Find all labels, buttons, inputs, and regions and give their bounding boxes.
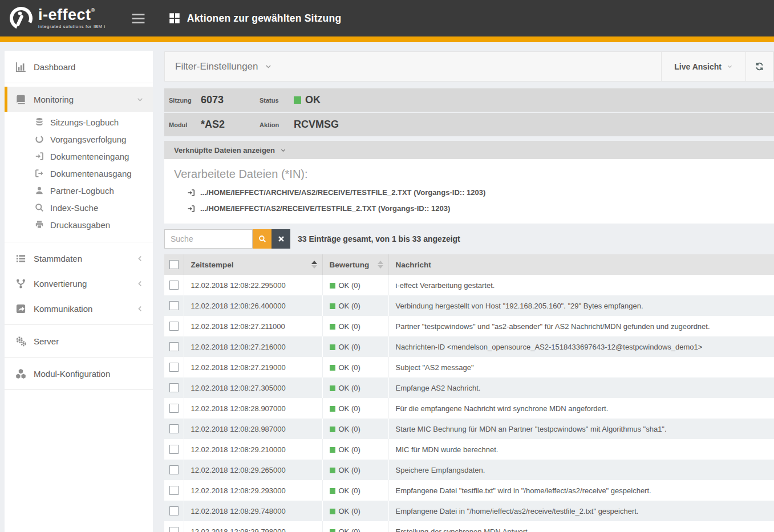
sidebar-item-kommunikation[interactable]: Kommunikation — [5, 296, 153, 321]
select-all-checkbox[interactable] — [169, 260, 179, 269]
processed-file-link[interactable]: .../HOME/IEFFECT/ARCHIVE/AS2/RECEIVE/TES… — [187, 188, 764, 197]
hamburger-menu-icon[interactable] — [132, 14, 145, 23]
timestamp-cell: 12.02.2018 12:08:29.293000 — [184, 480, 322, 501]
message-cell: Starte MIC Bechnung für MDN an Partner "… — [388, 419, 774, 439]
file-link-label: .../HOME/IEFFECT/AS2/RECEIVE/TESTFILE_2.… — [200, 204, 450, 213]
row-checkbox-cell — [164, 501, 184, 521]
sidebar-item-vorgangsverfolgung[interactable]: Vorgangsverfolgung — [5, 131, 153, 148]
table-row[interactable]: 12.02.2018 12:08:29.210000OK (0)MIC für … — [164, 439, 774, 460]
live-view-dropdown[interactable]: Live Ansicht — [661, 52, 746, 81]
table-row[interactable]: 12.02.2018 12:08:22.295000OK (0)i-effect… — [164, 275, 774, 295]
rating-value: OK (0) — [339, 507, 360, 515]
database-icon — [35, 117, 44, 127]
result-summary: 33 Einträge gesamt, von 1 bis 33 angezei… — [298, 234, 460, 243]
row-checkbox[interactable] — [169, 281, 179, 290]
table-row[interactable]: 12.02.2018 12:08:27.216000OK (0)Nachrich… — [164, 336, 774, 357]
session-row-2: Modul *AS2 Aktion RCVMSG — [164, 113, 774, 136]
sidebar-item-konvertierung[interactable]: Konvertierung — [5, 271, 153, 296]
row-checkbox-cell — [164, 275, 184, 295]
sidebar-item-label: Partner-Logbuch — [50, 186, 114, 196]
user-icon — [35, 186, 44, 195]
sidebar-item-dashboard[interactable]: Dashboard — [5, 54, 153, 79]
table-row[interactable]: 12.02.2018 12:08:27.211000OK (0)Partner … — [164, 316, 774, 336]
page-title: Aktionen zur gewählten Sitzung — [187, 13, 341, 25]
row-checkbox[interactable] — [169, 465, 179, 474]
sidebar-item-modul-konfiguration[interactable]: Modul-Konfiguration — [5, 361, 153, 386]
log-table: Zeitstempel Bewertung Nachricht 12.02.20… — [164, 254, 774, 532]
gears-icon — [15, 336, 26, 347]
processed-file-link[interactable]: .../HOME/IEFFECT/AS2/RECEIVE/TESTFILE_2.… — [187, 204, 764, 213]
message-cell: Subject "AS2 message" — [388, 357, 774, 377]
book-icon — [15, 94, 26, 105]
linked-files-toggle[interactable]: Verknüpfte Dateien anzeigen — [164, 141, 774, 159]
table-row[interactable]: 12.02.2018 12:08:29.293000OK (0)Empfange… — [164, 480, 774, 501]
table-row[interactable]: 12.02.2018 12:08:28.907000OK (0)Für die … — [164, 398, 774, 419]
refresh-button[interactable] — [746, 52, 773, 81]
sidebar-item-dokumentenausgang[interactable]: Dokumentenausgang — [5, 165, 153, 182]
search-input[interactable] — [164, 229, 253, 249]
message-cell: Nachrichten-ID <mendelson_opensource_AS2… — [388, 336, 774, 357]
column-header-zeitstempel[interactable]: Zeitstempel — [184, 254, 322, 275]
search-button[interactable] — [253, 229, 271, 249]
table-row[interactable]: 12.02.2018 12:08:29.748000OK (0)Empfange… — [164, 501, 774, 521]
sidebar-item-stammdaten[interactable]: Stammdaten — [5, 246, 153, 271]
row-checkbox[interactable] — [169, 445, 179, 454]
clear-search-button[interactable] — [271, 229, 290, 249]
column-header-bewertung[interactable]: Bewertung — [322, 254, 388, 275]
message-cell: Für die empfangene Nachricht wird synchr… — [388, 398, 774, 419]
sidebar-item-sitzungs-logbuch[interactable]: Sitzungs-Logbuch — [5, 113, 153, 131]
rating-cell: OK (0) — [322, 439, 388, 460]
status-badge: OK — [294, 94, 321, 106]
sidebar-item-index-suche[interactable]: Index-Suche — [5, 199, 153, 216]
timestamp-cell: 12.02.2018 12:08:27.219000 — [184, 357, 322, 377]
row-checkbox[interactable] — [169, 486, 179, 495]
row-checkbox[interactable] — [169, 527, 179, 532]
table-row[interactable]: 12.02.2018 12:08:29.265000OK (0)Speicher… — [164, 460, 774, 480]
sidebar-item-label: Modul-Konfiguration — [34, 369, 110, 379]
row-checkbox[interactable] — [169, 301, 179, 310]
row-checkbox[interactable] — [169, 322, 179, 331]
table-row[interactable]: 12.02.2018 12:08:28.987000OK (0)Starte M… — [164, 419, 774, 439]
row-checkbox[interactable] — [169, 506, 179, 515]
row-checkbox[interactable] — [169, 342, 179, 351]
sort-icon — [378, 261, 383, 269]
sidebar-group: Dashboard — [5, 51, 153, 83]
sort-ascending-icon — [311, 261, 317, 269]
table-row[interactable]: 12.02.2018 12:08:26.400000OK (0)Verbindu… — [164, 295, 774, 316]
filter-settings-dropdown[interactable]: Filter-Einstellungen — [165, 52, 272, 81]
message-cell: MIC für MDN wurde berechnet. — [388, 439, 774, 460]
table-row[interactable]: 12.02.2018 12:08:27.305000OK (0)Empfange… — [164, 377, 774, 398]
timestamp-cell: 12.02.2018 12:08:27.305000 — [184, 377, 322, 398]
rating-value: OK (0) — [339, 384, 360, 392]
rating-cell: OK (0) — [322, 336, 388, 357]
rating-cell: OK (0) — [322, 357, 388, 377]
sidebar-group: Server — [5, 325, 153, 358]
sidebar-item-server[interactable]: Server — [5, 328, 153, 354]
status-ok-square-icon — [330, 488, 335, 494]
table-row[interactable]: 12.02.2018 12:08:27.219000OK (0)Subject … — [164, 357, 774, 377]
rating-value: OK (0) — [339, 322, 360, 331]
sidebar-item-partner-logbuch[interactable]: Partner-Logbuch — [5, 182, 153, 199]
column-header-nachricht[interactable]: Nachricht — [388, 254, 774, 275]
chevron-down-icon — [265, 63, 272, 70]
sidebar-item-dokumenteneingang[interactable]: Dokumenteneingang — [5, 148, 153, 165]
sidebar-item-druckausgaben[interactable]: Druckausgaben — [5, 216, 153, 233]
message-cell: Verbindung hergestellt von Host "192.168… — [388, 295, 774, 316]
share-icon — [15, 303, 26, 314]
row-checkbox[interactable] — [169, 383, 179, 392]
list-icon — [15, 253, 26, 264]
message-cell: Empfangene Datei "testfile.txt" wird in … — [388, 480, 774, 501]
sitzung-label: Sitzung — [169, 97, 201, 104]
table-header-row: Zeitstempel Bewertung Nachricht — [164, 254, 774, 275]
timestamp-cell: 12.02.2018 12:08:28.907000 — [184, 398, 322, 419]
row-checkbox[interactable] — [169, 363, 179, 372]
filter-settings-label: Filter-Einstellungen — [175, 61, 258, 72]
app-header: i-effect® integrated solutions for IBM i… — [0, 0, 774, 36]
sidebar-item-monitoring[interactable]: Monitoring — [5, 87, 153, 112]
logo-tagline: integrated solutions for IBM i — [38, 25, 106, 29]
row-checkbox-cell — [164, 439, 184, 460]
row-checkbox[interactable] — [169, 424, 179, 433]
timestamp-cell: 12.02.2018 12:08:28.987000 — [184, 419, 322, 439]
table-row[interactable]: 12.02.2018 12:08:29.798000OK (0)Erstellu… — [164, 521, 774, 532]
row-checkbox[interactable] — [169, 404, 179, 413]
